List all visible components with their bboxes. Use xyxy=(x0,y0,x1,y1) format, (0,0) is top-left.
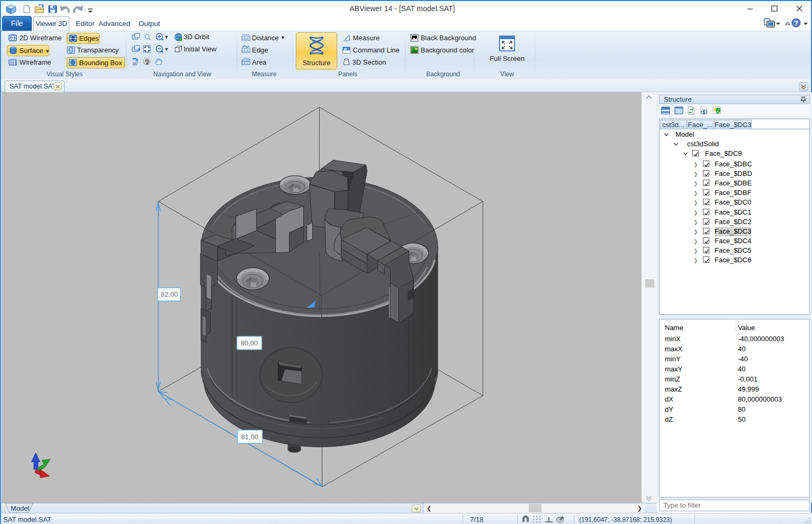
svg-text:3D Orbit: 3D Orbit xyxy=(184,33,210,41)
svg-text:80,00: 80,00 xyxy=(241,339,258,347)
svg-text:Area: Area xyxy=(252,58,267,66)
svg-text:▼: ▼ xyxy=(164,34,169,40)
svg-text:Distance: Distance xyxy=(252,34,279,42)
svg-text:82,00: 82,00 xyxy=(161,290,178,298)
svg-text:Initial View: Initial View xyxy=(184,45,217,53)
svg-text:81,00: 81,00 xyxy=(241,433,258,441)
svg-text:▼: ▼ xyxy=(164,47,169,52)
svg-text:Edge: Edge xyxy=(252,46,268,54)
svg-text:?: ? xyxy=(794,19,798,27)
svg-text:35°: 35° xyxy=(132,62,138,66)
svg-text:▼: ▼ xyxy=(281,35,285,40)
